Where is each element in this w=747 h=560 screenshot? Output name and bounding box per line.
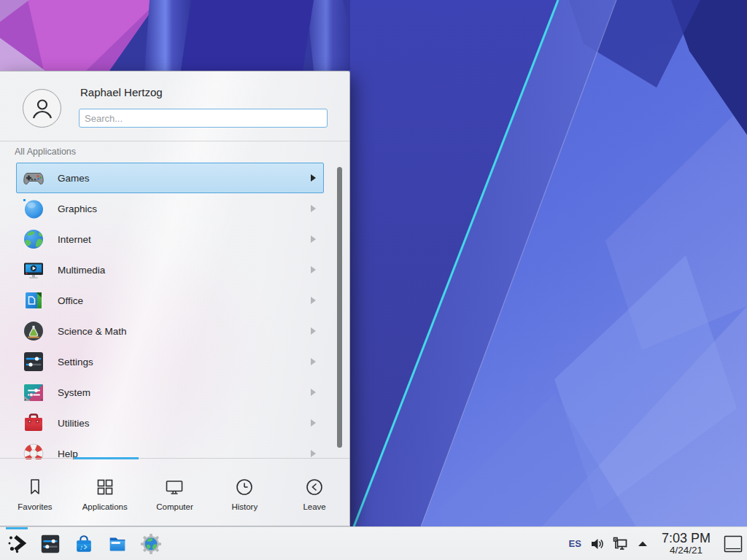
tab-label: Applications: [82, 502, 128, 511]
tab-label: Computer: [156, 502, 193, 511]
tab-label: Leave: [303, 502, 325, 511]
expand-tray-arrow-icon[interactable]: [635, 534, 651, 553]
menu-item-label: Internet: [58, 234, 91, 245]
menu-item-help[interactable]: Help: [16, 438, 324, 459]
clock-time: 7:03 PM: [662, 532, 711, 545]
search-input[interactable]: [79, 109, 328, 128]
discover-bag-icon: [73, 533, 95, 555]
menu-item-label: Graphics: [58, 203, 97, 214]
application-launcher-button[interactable]: [0, 527, 34, 560]
sliders-dark-icon: [22, 350, 45, 373]
digital-clock[interactable]: 7:03 PM 4/24/21: [657, 532, 715, 556]
menu-item-label: Games: [58, 173, 90, 184]
taskbar-panel: ES 7:03 PM 4/24/21: [0, 526, 747, 560]
application-launcher-menu: Raphael Hertzog All Applications Games: [0, 71, 350, 526]
tab-label: Favorites: [18, 502, 52, 511]
computer-icon: [164, 477, 185, 497]
user-silhouette-icon: [30, 96, 55, 121]
menu-item-label: Office: [58, 295, 83, 306]
web-browser-launcher[interactable]: [134, 527, 168, 560]
user-name: Raphael Hertzog: [80, 86, 163, 98]
menu-item-multimedia[interactable]: Multimedia: [16, 254, 324, 285]
tab-applications[interactable]: Applications: [70, 459, 140, 526]
globe-icon: [22, 228, 45, 251]
leave-circle-icon: [304, 477, 325, 497]
tab-history[interactable]: History: [209, 459, 279, 526]
menu-item-label: System: [58, 387, 90, 398]
section-label: All Applications: [15, 147, 76, 157]
submenu-arrow-icon: [310, 266, 316, 273]
file-manager-launcher[interactable]: [101, 527, 134, 560]
submenu-arrow-icon: [310, 327, 316, 335]
system-settings-launcher[interactable]: [34, 527, 67, 560]
submenu-arrow-icon: [310, 389, 316, 396]
gamepad-icon: [22, 166, 45, 190]
menu-item-label: Multimedia: [58, 265, 105, 276]
show-desktop-button[interactable]: [723, 534, 743, 553]
list-scrollbar[interactable]: [337, 167, 342, 448]
menu-item-label: Settings: [58, 357, 93, 368]
system-settings-icon: [39, 533, 61, 555]
lifebuoy-icon: [22, 442, 45, 459]
menu-item-internet[interactable]: Internet: [16, 224, 324, 254]
submenu-arrow-icon: [310, 450, 316, 457]
tab-favorites[interactable]: Favorites: [0, 459, 70, 526]
menu-item-graphics[interactable]: Graphics: [16, 193, 324, 224]
monitor-play-icon: [22, 258, 45, 281]
launcher-header: Raphael Hertzog: [0, 71, 349, 141]
clock-date: 4/24/21: [662, 545, 711, 556]
tab-computer[interactable]: Computer: [140, 459, 210, 526]
kde-launcher-icon: [6, 533, 28, 555]
menu-item-science-math[interactable]: Science & Math: [16, 316, 324, 346]
globe-gear-icon: [140, 533, 162, 555]
toolbox-icon: [22, 411, 45, 435]
volume-icon[interactable]: [589, 534, 605, 553]
launcher-tab-bar: Favorites Applications Computer: [0, 458, 349, 526]
document-icon: [22, 289, 45, 312]
menu-item-settings[interactable]: Settings: [16, 346, 324, 377]
user-avatar[interactable]: [23, 89, 61, 128]
menu-item-games[interactable]: Games: [16, 163, 324, 193]
menu-item-label: Science & Math: [58, 326, 127, 337]
grid-icon: [95, 477, 115, 497]
submenu-arrow-icon: [310, 174, 316, 182]
active-tab-indicator: [74, 457, 139, 459]
tab-label: History: [231, 502, 258, 511]
menu-item-utilities[interactable]: Utilities: [16, 408, 324, 438]
discover-launcher[interactable]: [67, 527, 101, 560]
tab-leave[interactable]: Leave: [279, 459, 349, 526]
wired-network-icon[interactable]: [612, 534, 628, 553]
application-category-list: Games Graphics: [16, 163, 324, 459]
submenu-arrow-icon: [310, 419, 316, 427]
submenu-arrow-icon: [310, 236, 316, 243]
menu-item-label: Utilities: [58, 418, 90, 429]
submenu-arrow-icon: [310, 205, 316, 212]
active-task-indicator: [6, 527, 28, 529]
keyboard-layout-indicator[interactable]: ES: [568, 538, 583, 549]
folder-icon: [107, 533, 128, 555]
bookmark-icon: [25, 477, 45, 497]
menu-item-office[interactable]: Office: [16, 285, 324, 316]
graphics-ball-icon: [22, 197, 45, 220]
submenu-arrow-icon: [310, 358, 316, 365]
flask-icon: [22, 319, 45, 343]
sliders-gradient-icon: [22, 381, 45, 404]
show-desktop-icon: [724, 535, 743, 553]
clock-icon: [234, 477, 255, 497]
menu-item-system[interactable]: System: [16, 377, 324, 408]
submenu-arrow-icon: [310, 297, 316, 304]
